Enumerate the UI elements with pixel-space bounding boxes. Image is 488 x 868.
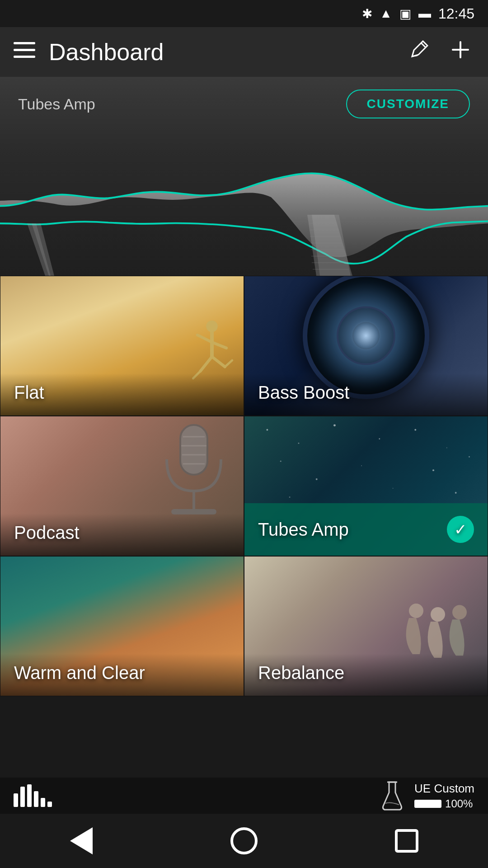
svg-rect-2 — [14, 56, 35, 58]
svg-point-33 — [379, 438, 380, 439]
svg-point-38 — [361, 465, 362, 466]
svg-line-20 — [212, 357, 225, 367]
navigation-bar — [0, 814, 488, 868]
preset-tile-bass[interactable]: Bass Boost — [244, 276, 488, 416]
preset-tile-warm[interactable]: Warm and Clear — [0, 556, 244, 696]
back-icon — [70, 827, 93, 854]
eq-bar-1 — [14, 793, 18, 807]
edit-button[interactable] — [405, 36, 433, 68]
svg-point-31 — [298, 443, 299, 444]
battery-row: 100% — [414, 797, 473, 810]
svg-point-40 — [469, 456, 470, 458]
equalizer-icon — [14, 784, 52, 807]
svg-point-30 — [266, 429, 268, 431]
menu-button[interactable] — [14, 42, 35, 62]
svg-point-34 — [414, 429, 416, 431]
preset-flat-label: Flat — [0, 373, 244, 415]
selected-check-badge: ✓ — [447, 516, 474, 543]
ue-info: UE Custom 100% — [414, 782, 474, 810]
svg-line-22 — [225, 360, 232, 367]
customize-button[interactable]: CUSTOMIZE — [346, 90, 470, 118]
home-icon — [230, 827, 258, 854]
battery-percent: 100% — [445, 797, 473, 810]
svg-point-36 — [280, 461, 282, 462]
svg-point-43 — [455, 492, 457, 494]
recents-button[interactable] — [389, 823, 425, 859]
eq-bar-6 — [47, 802, 52, 807]
tubes-amp-section: Tubes Amp CUSTOMIZE — [0, 77, 488, 276]
eq-bar-2 — [20, 787, 25, 807]
preset-warm-label: Warm and Clear — [0, 654, 244, 696]
preset-tile-podcast[interactable]: Podcast — [0, 416, 244, 556]
eq-bar-4 — [34, 791, 38, 807]
toolbar: Dashboard — [0, 27, 488, 77]
waveform-display — [0, 127, 488, 276]
eq-bar-5 — [41, 798, 45, 807]
wifi-icon: ▲ — [380, 6, 392, 21]
tubes-amp-label: Tubes Amp — [18, 95, 95, 113]
svg-point-35 — [446, 448, 447, 448]
svg-point-37 — [316, 478, 318, 480]
flask-icon — [381, 780, 404, 811]
status-bar: ✱ ▲ ▣ ▬ 12:45 — [0, 0, 488, 27]
bluetooth-icon: ✱ — [362, 6, 372, 21]
preset-tile-tubes[interactable]: Tubes Amp ✓ — [244, 416, 488, 556]
svg-point-46 — [452, 605, 467, 619]
svg-line-18 — [212, 342, 226, 348]
add-button[interactable] — [446, 36, 474, 68]
svg-point-39 — [432, 469, 434, 471]
device-label: UE Custom — [414, 782, 474, 796]
svg-point-41 — [393, 488, 394, 489]
preset-bass-label: Bass Boost — [244, 373, 488, 415]
signal-icon: ▣ — [399, 6, 411, 21]
svg-line-19 — [200, 357, 212, 371]
status-time: 12:45 — [438, 5, 474, 22]
ue-custom-section: UE Custom 100% — [381, 780, 474, 811]
svg-rect-1 — [14, 49, 35, 51]
main-content: Tubes Amp CUSTOMIZE — [0, 77, 488, 778]
battery-icon: ▬ — [418, 6, 431, 21]
back-button[interactable] — [63, 823, 99, 859]
bottom-device-bar: UE Custom 100% — [0, 778, 488, 814]
svg-point-32 — [333, 424, 336, 426]
presets-grid: Flat Bass Boost — [0, 276, 488, 778]
svg-point-44 — [409, 604, 423, 618]
svg-point-45 — [431, 607, 445, 622]
preset-rebalance-label: Rebalance — [244, 654, 488, 696]
preset-tile-flat[interactable]: Flat — [0, 276, 244, 416]
preset-podcast-label: Podcast — [0, 514, 244, 556]
svg-point-42 — [289, 496, 291, 498]
preset-tile-rebalance[interactable]: Rebalance — [244, 556, 488, 696]
page-title: Dashboard — [49, 38, 391, 66]
svg-rect-23 — [180, 425, 207, 475]
home-button[interactable] — [226, 823, 262, 859]
eq-bar-3 — [27, 784, 32, 807]
preset-tubes-label: Tubes Amp ✓ — [244, 503, 488, 556]
svg-line-17 — [197, 335, 212, 342]
tubes-header: Tubes Amp CUSTOMIZE — [0, 77, 488, 127]
svg-rect-0 — [14, 42, 35, 44]
recents-icon — [395, 829, 418, 853]
battery-indicator — [414, 800, 441, 808]
status-icons: ✱ ▲ ▣ ▬ 12:45 — [362, 5, 474, 22]
